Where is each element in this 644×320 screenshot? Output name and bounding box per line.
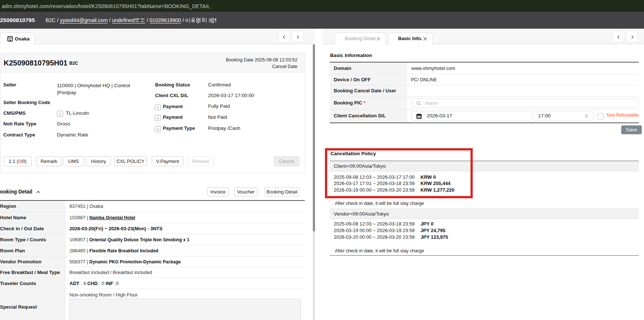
svg-text:3: 3 — [208, 18, 211, 23]
